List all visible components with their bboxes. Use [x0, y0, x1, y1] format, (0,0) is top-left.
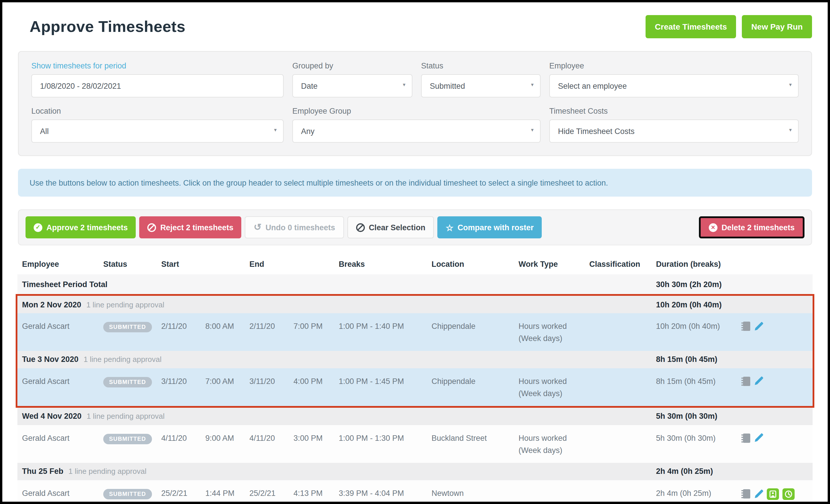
timesheet-row[interactable]: Gerald Ascart SUBMITTED 3/11/20 7:00 AM … [18, 368, 812, 406]
cell-duration: 5h 30m (0h 30m) [656, 432, 741, 445]
x-circle-icon: × [709, 223, 717, 232]
compare-with-roster-button[interactable]: ☆ Compare with roster [438, 216, 542, 239]
group-header[interactable]: Wed 4 Nov 2020 1 line pending approval 5… [18, 407, 812, 425]
undo-label: Undo 0 timesheets [266, 223, 335, 232]
status-select[interactable]: Submitted ▾ [421, 74, 541, 97]
selection-highlight-annotation: Mon 2 Nov 2020 1 line pending approval 1… [15, 294, 815, 407]
group-date: Tue 3 Nov 2020 [22, 355, 78, 364]
cell-start-time: 1:44 PM [205, 487, 249, 500]
star-icon: ☆ [446, 223, 454, 232]
approve-label: Approve 2 timesheets [46, 223, 128, 232]
timesheets-table: Employee Status Start End Breaks Locatio… [18, 253, 812, 504]
row-actions [741, 433, 812, 443]
reject-timesheets-button[interactable]: Reject 2 timesheets [139, 216, 242, 239]
info-banner-text: Use the buttons below to action timeshee… [30, 178, 608, 187]
clock-in-photo-icon[interactable] [767, 488, 779, 500]
cell-end-time: 3:00 PM [293, 432, 339, 445]
cell-start-date: 3/11/20 [161, 376, 205, 388]
new-pay-run-button[interactable]: New Pay Run [742, 15, 812, 38]
location-value: All [40, 127, 49, 135]
status-badge: SUBMITTED [103, 434, 152, 444]
period-total-row: Timesheet Period Total 30h 30m (2h 20m) [18, 274, 812, 294]
timesheet-costs-label: Timesheet Costs [549, 107, 799, 116]
cell-end-date: 4/11/20 [249, 432, 293, 445]
create-timesheets-button[interactable]: Create Timesheets [645, 15, 736, 38]
timesheet-row[interactable]: Gerald Ascart SUBMITTED 25/2/21 1:44 PM … [18, 480, 812, 504]
group-header[interactable]: Thu 25 Feb 1 line pending approval 2h 4m… [18, 463, 812, 480]
period-total-duration: 30h 30m (2h 20m) [656, 280, 741, 288]
group-duration: 5h 30m (0h 30m) [656, 412, 741, 420]
notes-icon[interactable] [741, 433, 751, 443]
employee-label: Employee [549, 61, 799, 70]
clock-icon[interactable] [783, 488, 795, 500]
delete-timesheets-button[interactable]: × Delete 2 timesheets [699, 216, 804, 239]
row-actions [741, 488, 812, 500]
chevron-down-icon: ▾ [789, 128, 792, 133]
location-label: Location [31, 107, 284, 116]
chevron-down-icon: ▾ [403, 82, 406, 88]
cell-employee: Gerald Ascart [22, 487, 103, 500]
chevron-down-icon: ▾ [531, 82, 534, 88]
employee-select[interactable]: Select an employee ▾ [549, 74, 799, 97]
cell-breaks: 1:00 PM - 1:45 PM [339, 376, 432, 388]
status-value: Submitted [430, 82, 465, 90]
period-label[interactable]: Show timesheets for period [31, 61, 284, 70]
edit-pencil-icon[interactable] [754, 322, 763, 331]
notes-icon[interactable] [741, 489, 751, 499]
group-header[interactable]: Mon 2 Nov 2020 1 line pending approval 1… [18, 296, 812, 313]
employee-value: Select an employee [558, 82, 627, 90]
group-note: 1 line pending approval [84, 355, 162, 364]
info-banner: Use the buttons below to action timeshee… [18, 169, 812, 197]
timesheet-row[interactable]: Gerald Ascart SUBMITTED 4/11/20 9:00 AM … [18, 425, 812, 463]
period-value: 1/08/2020 - 28/02/2021 [40, 82, 121, 90]
clear-selection-button[interactable]: Clear Selection [347, 216, 434, 239]
edit-pencil-icon[interactable] [754, 433, 763, 443]
edit-pencil-icon[interactable] [754, 489, 763, 499]
cell-work-type: Hours worked (Week days) [518, 432, 589, 457]
timesheet-costs-select[interactable]: Hide Timesheet Costs ▾ [549, 120, 799, 143]
cell-end-date: 25/2/21 [249, 487, 293, 500]
approve-timesheets-page: Approve Timesheets Create Timesheets New… [0, 0, 830, 504]
cell-end-time: 7:00 PM [293, 321, 339, 333]
cell-duration: 10h 20m (0h 40m) [656, 321, 741, 333]
status-label: Status [421, 61, 541, 70]
period-input[interactable]: 1/08/2020 - 28/02/2021 [31, 74, 284, 97]
reject-label: Reject 2 timesheets [160, 223, 233, 232]
filter-timesheet-costs: Timesheet Costs Hide Timesheet Costs ▾ [549, 107, 799, 143]
edit-pencil-icon[interactable] [754, 377, 763, 386]
period-total-label: Timesheet Period Total [22, 280, 518, 288]
cell-employee: Gerald Ascart [22, 376, 103, 388]
undo-timesheets-button[interactable]: ↺ Undo 0 timesheets [245, 216, 344, 239]
col-breaks: Breaks [339, 259, 432, 268]
cell-end-time: 4:13 PM [293, 487, 339, 500]
location-select[interactable]: All ▾ [31, 120, 284, 143]
page-title: Approve Timesheets [30, 18, 185, 36]
filter-panel: Show timesheets for period 1/08/2020 - 2… [18, 51, 812, 156]
cell-start-date: 4/11/20 [161, 432, 205, 445]
timesheet-group: Wed 4 Nov 2020 1 line pending approval 5… [18, 407, 812, 463]
notes-icon[interactable] [741, 376, 751, 386]
filter-grouped-by: Grouped by Date ▾ [292, 61, 412, 97]
approve-timesheets-button[interactable]: ✓ Approve 2 timesheets [26, 216, 136, 239]
grouped-by-select[interactable]: Date ▾ [292, 74, 412, 97]
chevron-down-icon: ▾ [274, 128, 277, 133]
cell-work-type: Hours worked (Week days) [518, 376, 589, 400]
group-header[interactable]: Tue 3 Nov 2020 1 line pending approval 8… [18, 351, 812, 368]
grouped-by-label: Grouped by [292, 61, 412, 70]
cell-start-date: 2/11/20 [161, 321, 205, 333]
chevron-down-icon: ▾ [789, 82, 792, 88]
compare-label: Compare with roster [458, 223, 534, 232]
notes-icon[interactable] [741, 321, 751, 331]
timesheet-group: Thu 25 Feb 1 line pending approval 2h 4m… [18, 463, 812, 504]
employee-group-select[interactable]: Any ▾ [292, 120, 541, 143]
col-work-type: Work Type [518, 259, 589, 268]
timesheet-row[interactable]: Gerald Ascart SUBMITTED 2/11/20 8:00 AM … [18, 313, 812, 351]
cell-duration: 2h 4m (0h 25m) [656, 487, 741, 500]
cell-start-time: 7:00 AM [205, 376, 249, 388]
filter-employee: Employee Select an employee ▾ [549, 61, 799, 97]
group-note: 1 line pending approval [68, 467, 147, 476]
cell-end-time: 4:00 PM [293, 376, 339, 388]
filter-location: Location All ▾ [31, 107, 284, 143]
cell-end-date: 3/11/20 [249, 376, 293, 388]
cell-location: Buckland Street [432, 432, 518, 445]
